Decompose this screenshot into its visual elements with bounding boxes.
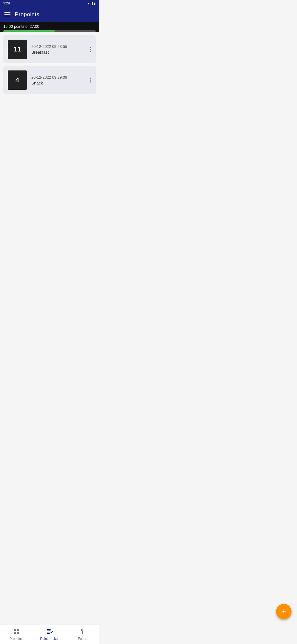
meal-info-2: 20-12-2022 09:29:09 Snack — [31, 75, 91, 85]
meal-points-2: 4 — [8, 70, 27, 90]
meal-card-2: 4 20-12-2022 09:29:09 Snack — [3, 66, 96, 94]
meal-type-1: Breakfast — [31, 50, 91, 54]
meal-info-1: 20-12-2022 09:28:55 Breakfast — [31, 44, 91, 54]
menu-button[interactable] — [4, 12, 10, 16]
app-title: Propoints — [15, 11, 39, 18]
status-time: 9:29 — [3, 1, 10, 5]
signal-icon: ▐ — [91, 2, 93, 5]
meal-more-btn-1[interactable] — [89, 46, 92, 53]
progress-text: 15.00 points of 27.00. — [3, 24, 96, 29]
progress-section: 15.00 points of 27.00. — [0, 22, 99, 32]
wifi-icon: ▲ — [87, 2, 90, 5]
status-icons: ▲ ▐ ▮ — [87, 2, 96, 5]
meal-datetime-1: 20-12-2022 09:28:55 — [31, 44, 91, 49]
meal-datetime-2: 20-12-2022 09:29:09 — [31, 75, 91, 80]
app-bar: Propoints — [0, 7, 99, 22]
meal-points-1: 11 — [8, 40, 27, 59]
meal-more-btn-2[interactable] — [89, 77, 92, 84]
battery-icon: ▮ — [94, 2, 96, 5]
content-area: 11 20-12-2022 09:28:55 Breakfast 4 20-12… — [0, 32, 99, 186]
status-bar: 9:29 ▲ ▐ ▮ — [0, 0, 99, 7]
meal-card-1: 11 20-12-2022 09:28:55 Breakfast — [3, 35, 96, 63]
meal-type-2: Snack — [31, 81, 91, 85]
